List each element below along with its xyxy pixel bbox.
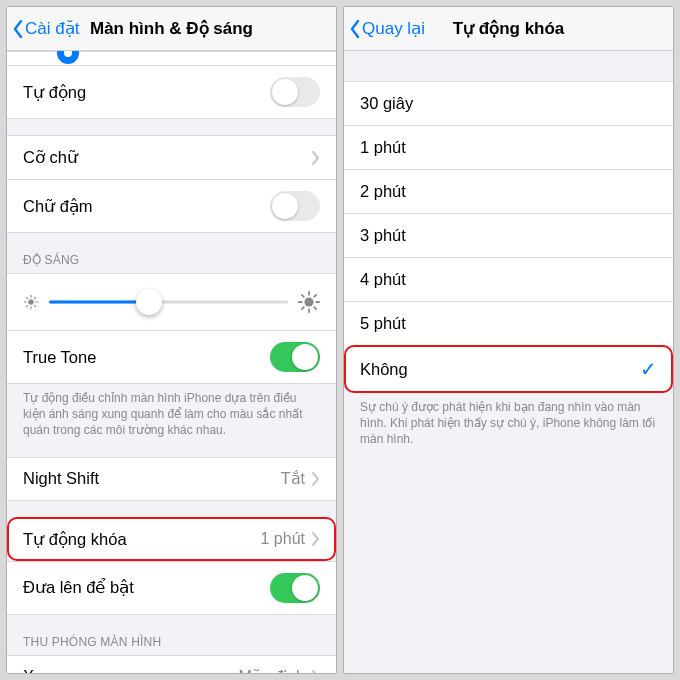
zoom-header: THU PHÓNG MÀN HÌNH	[7, 631, 336, 655]
back-button[interactable]: Quay lại	[350, 18, 425, 39]
auto-lock-option[interactable]: 30 giây	[344, 81, 673, 125]
option-label: 4 phút	[360, 270, 657, 289]
svg-line-6	[34, 305, 35, 306]
auto-lock-desc: Sự chú ý được phát hiện khi bạn đang nhì…	[344, 393, 673, 450]
content-scroll[interactable]: Tự động Cỡ chữ Chữ đậm ĐỘ SÁNG	[7, 51, 336, 673]
svg-line-5	[26, 297, 27, 298]
svg-line-14	[302, 295, 304, 297]
text-size-label: Cỡ chữ	[23, 148, 311, 167]
option-label: 30 giây	[360, 94, 657, 113]
svg-line-8	[34, 297, 35, 298]
true-tone-row[interactable]: True Tone	[7, 330, 336, 384]
auto-lock-value: 1 phút	[261, 530, 305, 548]
auto-lock-option[interactable]: Không✓	[344, 345, 673, 393]
settings-display-brightness-screen: Cài đặt Màn hình & Độ sáng Tự động Cỡ ch…	[6, 6, 337, 674]
auto-appearance-row[interactable]: Tự động	[7, 65, 336, 119]
svg-point-0	[28, 299, 33, 304]
auto-lock-option[interactable]: 2 phút	[344, 169, 673, 213]
raise-to-wake-toggle[interactable]	[270, 573, 320, 603]
chevron-right-icon	[311, 532, 320, 546]
svg-line-7	[26, 305, 27, 306]
back-label: Quay lại	[362, 18, 425, 39]
true-tone-toggle[interactable]	[270, 342, 320, 372]
nav-title: Tự động khóa	[453, 18, 565, 39]
chevron-right-icon	[311, 151, 320, 165]
auto-lock-option[interactable]: 5 phút	[344, 301, 673, 345]
auto-lock-label: Tự động khóa	[23, 530, 261, 549]
display-zoom-row[interactable]: Xem Mặc định	[7, 655, 336, 673]
checkmark-icon: ✓	[640, 357, 657, 381]
chevron-right-icon	[311, 670, 320, 673]
back-button[interactable]: Cài đặt	[13, 18, 79, 39]
brightness-slider-row	[7, 273, 336, 330]
option-label: 2 phút	[360, 182, 657, 201]
true-tone-label: True Tone	[23, 348, 270, 367]
option-label: 5 phút	[360, 314, 657, 333]
chevron-left-icon	[350, 20, 360, 38]
night-shift-value: Tắt	[281, 469, 305, 488]
auto-lock-option[interactable]: 1 phút	[344, 125, 673, 169]
auto-appearance-toggle[interactable]	[270, 77, 320, 107]
nav-bar: Quay lại Tự động khóa	[344, 7, 673, 51]
bold-text-toggle[interactable]	[270, 191, 320, 221]
chevron-right-icon	[311, 472, 320, 486]
true-tone-desc: Tự động điều chỉnh màn hình iPhone dựa t…	[7, 384, 336, 441]
bold-text-label: Chữ đậm	[23, 197, 270, 216]
display-zoom-value: Mặc định	[239, 667, 305, 673]
nav-title: Màn hình & Độ sáng	[90, 18, 253, 39]
display-zoom-label: Xem	[23, 667, 239, 673]
bold-text-row[interactable]: Chữ đậm	[7, 179, 336, 233]
svg-line-15	[314, 307, 316, 309]
chevron-left-icon	[13, 20, 23, 38]
nav-bar: Cài đặt Màn hình & Độ sáng	[7, 7, 336, 51]
auto-lock-screen: Quay lại Tự động khóa 30 giây1 phút2 phú…	[343, 6, 674, 674]
auto-lock-option[interactable]: 3 phút	[344, 213, 673, 257]
back-label: Cài đặt	[25, 18, 79, 39]
appearance-radio-peek	[7, 51, 336, 65]
auto-lock-row[interactable]: Tự động khóa 1 phút	[7, 517, 336, 561]
option-label: Không	[360, 360, 640, 379]
auto-lock-option[interactable]: 4 phút	[344, 257, 673, 301]
sun-large-icon	[298, 291, 320, 313]
text-size-row[interactable]: Cỡ chữ	[7, 135, 336, 179]
night-shift-label: Night Shift	[23, 469, 281, 488]
raise-to-wake-row[interactable]: Đưa lên để bật	[7, 561, 336, 615]
brightness-header: ĐỘ SÁNG	[7, 249, 336, 273]
svg-line-16	[302, 307, 304, 309]
auto-lock-options-group: 30 giây1 phút2 phút3 phút4 phút5 phútKhô…	[344, 81, 673, 393]
svg-point-9	[304, 297, 313, 306]
option-label: 3 phút	[360, 226, 657, 245]
content-scroll[interactable]: 30 giây1 phút2 phút3 phút4 phút5 phútKhô…	[344, 51, 673, 673]
auto-appearance-label: Tự động	[23, 83, 270, 102]
raise-to-wake-label: Đưa lên để bật	[23, 578, 270, 597]
svg-line-17	[314, 295, 316, 297]
option-label: 1 phút	[360, 138, 657, 157]
night-shift-row[interactable]: Night Shift Tắt	[7, 457, 336, 501]
brightness-slider[interactable]	[49, 288, 288, 316]
sun-small-icon	[23, 294, 39, 310]
